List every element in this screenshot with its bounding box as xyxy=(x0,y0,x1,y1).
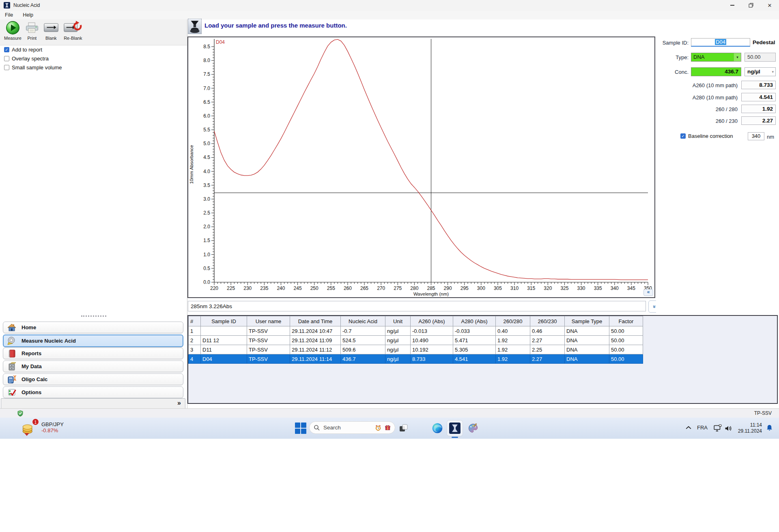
column-header[interactable]: 260/280 xyxy=(496,316,530,326)
svg-text:290: 290 xyxy=(444,285,452,291)
type-dropdown[interactable]: DNA ▾ xyxy=(691,53,741,62)
unit-dropdown[interactable]: ng/µl ▾ xyxy=(745,67,776,76)
column-header[interactable]: # xyxy=(189,316,201,326)
paint-app-button[interactable] xyxy=(467,423,479,434)
table-cell: 29.11.2024 11:09 xyxy=(290,336,341,345)
current-user-label: TP-SSV xyxy=(754,410,772,416)
baseline-wavelength-field[interactable]: 340 xyxy=(748,132,764,140)
overlay-spectra-checkbox[interactable]: Overlay spectra xyxy=(4,56,49,62)
panel-splitter-handle[interactable] xyxy=(81,315,106,317)
sidebar-item-oligo-calc[interactable]: Oligo Calc xyxy=(3,373,183,385)
svg-text:2.5: 2.5 xyxy=(203,210,210,216)
blank-icon xyxy=(43,20,60,35)
table-row[interactable]: 2D11 12TP-SSV29.11.2024 11:09524.5ng/µl1… xyxy=(189,336,643,345)
taskbar: 1 GBP/JPY -0.87% Search FRA 11:14 xyxy=(0,418,779,439)
sidebar-bottom-bar: » xyxy=(1,398,185,410)
a280-label: A280 (10 mm path) xyxy=(656,94,738,101)
table-row[interactable]: 3D11TP-SSV29.11.2024 11:12509.6ng/µl10.1… xyxy=(189,345,643,354)
spectrum-chart[interactable]: 2202252302352402452502552602652702752802… xyxy=(188,37,654,297)
column-header[interactable]: 260/230 xyxy=(530,316,565,326)
network-icon[interactable] xyxy=(713,424,722,432)
table-cell: ng/µl xyxy=(385,326,411,336)
table-row[interactable]: 4D04TP-SSV29.11.2024 11:14436.7ng/µl8.73… xyxy=(189,354,643,364)
print-button[interactable]: Print xyxy=(23,20,41,41)
active-app-indicator xyxy=(452,437,458,438)
svg-text:225: 225 xyxy=(227,285,235,291)
restore-icon xyxy=(749,3,753,8)
svg-text:235: 235 xyxy=(260,285,268,291)
sidebar-item-measure-nucleic-acid[interactable]: Measure Nucleic Acid xyxy=(3,335,183,347)
svg-text:285: 285 xyxy=(427,285,435,291)
sidebar-item-options[interactable]: Options xyxy=(3,386,183,398)
type-label: Type: xyxy=(656,54,689,60)
blank-button[interactable]: Blank xyxy=(41,20,61,41)
sidebar-item-reports[interactable]: Reports xyxy=(3,348,183,359)
column-header[interactable]: Nucleic Acid xyxy=(341,316,385,326)
table-cell: 8.733 xyxy=(411,354,453,364)
svg-text:270: 270 xyxy=(377,285,385,291)
menu-help[interactable]: Help xyxy=(18,12,38,18)
volume-icon[interactable] xyxy=(724,425,733,432)
small-sample-volume-checkbox[interactable]: Small sample volume xyxy=(4,64,62,71)
sample-id-input[interactable]: D04 xyxy=(691,38,750,47)
column-header[interactable]: A260 (Abs) xyxy=(411,316,453,326)
baseline-correction-checkbox[interactable]: ✓ Baseline correction xyxy=(680,133,733,139)
sidebar-item-my-data[interactable]: My Data xyxy=(3,360,183,372)
column-header[interactable]: Sample Type xyxy=(565,316,609,326)
svg-text:1.5: 1.5 xyxy=(203,238,210,243)
nucleic-acid-app-button[interactable] xyxy=(447,420,463,436)
column-header[interactable]: User name xyxy=(247,316,290,326)
close-button[interactable]: ✕ xyxy=(760,0,779,11)
search-label: Search xyxy=(323,425,372,431)
add-to-report-checkbox[interactable]: ✓ Add to report xyxy=(4,47,42,53)
reblank-button[interactable]: Re-Blank xyxy=(61,20,85,41)
svg-text:320: 320 xyxy=(544,285,552,291)
svg-text:2.0: 2.0 xyxy=(203,224,210,230)
measurement-panel: Sample ID: D04 Pedestal Type: DNA ▾ 50.0… xyxy=(656,36,779,315)
clock[interactable]: 11:14 29.11.2024 xyxy=(736,422,762,434)
minimize-icon xyxy=(730,5,734,5)
title-bar: Nucleic Acid ✕ xyxy=(0,0,779,11)
table-cell: 436.7 xyxy=(341,354,385,364)
task-view-button[interactable] xyxy=(399,423,409,433)
svg-text:245: 245 xyxy=(294,285,302,291)
svg-text:8.0: 8.0 xyxy=(203,58,210,63)
minimize-button[interactable] xyxy=(723,0,742,11)
sidebar-expand-button[interactable]: » xyxy=(177,399,181,407)
edge-browser-button[interactable] xyxy=(432,423,443,434)
table-cell: 29.11.2024 11:12 xyxy=(290,345,341,354)
column-header[interactable]: Unit xyxy=(385,316,411,326)
collapse-chart-button[interactable]: « xyxy=(643,289,653,296)
svg-text:0.5: 0.5 xyxy=(203,266,210,271)
table-cell: D11 xyxy=(201,345,247,354)
hidden-icons-chevron[interactable] xyxy=(686,426,691,430)
measure-toolbar: Measure Print Blank Re-Blank xyxy=(0,19,187,45)
table-row[interactable]: 1TP-SSV29.11.2024 10:47-0.7ng/µl-0.013-0… xyxy=(189,326,643,336)
column-header[interactable]: Factor xyxy=(609,316,643,326)
sidebar-item-home[interactable]: Home xyxy=(3,322,183,333)
results-table: #Sample IDUser nameDate and TimeNucleic … xyxy=(188,316,643,364)
table-cell: TP-SSV xyxy=(247,345,290,354)
column-header[interactable]: A280 (Abs) xyxy=(453,316,496,326)
notification-badge: 1 xyxy=(32,418,39,425)
search-box[interactable]: Search xyxy=(309,421,395,434)
svg-text:6.0: 6.0 xyxy=(203,113,210,119)
column-header[interactable]: Date and Time xyxy=(290,316,341,326)
start-button[interactable] xyxy=(295,423,306,434)
notification-bell-icon[interactable] xyxy=(766,424,773,431)
table-cell: 10.192 xyxy=(411,345,453,354)
column-header[interactable]: Sample ID xyxy=(201,316,247,326)
trend-down-icon xyxy=(24,433,29,436)
main-area: Load your sample and press the measure b… xyxy=(187,19,779,408)
menu-file[interactable]: File xyxy=(0,12,18,18)
measure-button[interactable]: Measure xyxy=(2,20,23,41)
svg-text:260: 260 xyxy=(344,285,352,291)
type-factor-field[interactable]: 50.00 xyxy=(745,53,776,62)
restore-button[interactable] xyxy=(742,0,760,11)
table-cell: 50.00 xyxy=(609,326,643,336)
widgets-button[interactable]: 1 GBP/JPY -0.87% xyxy=(21,419,64,435)
language-indicator[interactable]: FRA xyxy=(697,425,708,431)
table-cell: D11 12 xyxy=(201,336,247,345)
oligo-calc-icon xyxy=(7,375,17,384)
svg-text:8.5: 8.5 xyxy=(203,44,210,49)
